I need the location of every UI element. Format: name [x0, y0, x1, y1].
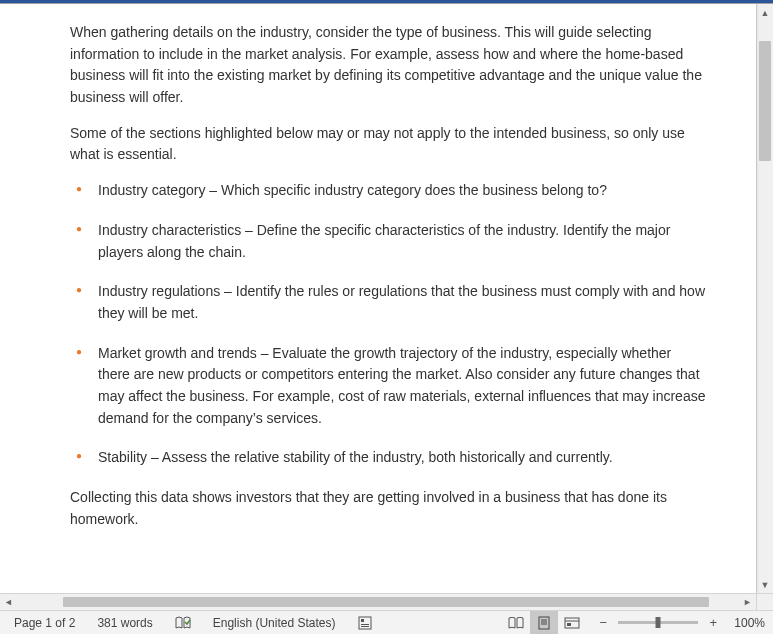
- paragraph[interactable]: Collecting this data shows investors tha…: [70, 487, 706, 530]
- spelling-status[interactable]: [171, 611, 195, 635]
- vertical-scroll-thumb[interactable]: [759, 41, 771, 161]
- word-count-label: 381 words: [97, 616, 152, 630]
- horizontal-scrollbar[interactable]: ◄ ►: [0, 593, 773, 610]
- svg-rect-2: [361, 624, 369, 625]
- language-indicator[interactable]: English (United States): [209, 611, 340, 635]
- print-layout-icon: [537, 616, 551, 630]
- read-mode-view-button[interactable]: [502, 611, 530, 635]
- list-item[interactable]: Industry characteristics – Define the sp…: [70, 220, 706, 263]
- word-app-window: When gathering details on the industry, …: [0, 0, 773, 634]
- scroll-down-arrow-icon[interactable]: ▼: [757, 576, 773, 593]
- web-layout-view-button[interactable]: [558, 611, 586, 635]
- read-mode-icon: [508, 617, 524, 629]
- list-item[interactable]: Stability – Assess the relative stabilit…: [70, 447, 706, 469]
- svg-rect-10: [567, 623, 571, 626]
- list-item[interactable]: Market growth and trends – Evaluate the …: [70, 343, 706, 430]
- zoom-slider-track[interactable]: [618, 621, 698, 624]
- workspace: When gathering details on the industry, …: [0, 4, 773, 593]
- svg-rect-3: [361, 626, 369, 627]
- paragraph[interactable]: When gathering details on the industry, …: [70, 22, 706, 109]
- zoom-percent-label: 100%: [734, 616, 765, 630]
- document-body[interactable]: When gathering details on the industry, …: [0, 4, 756, 564]
- zoom-in-button[interactable]: +: [704, 615, 722, 630]
- bullet-list[interactable]: Industry category – Which specific indus…: [70, 180, 706, 469]
- paragraph[interactable]: Some of the sections highlighted below m…: [70, 123, 706, 166]
- zoom-slider-thumb[interactable]: [656, 617, 661, 628]
- status-bar-right: − + 100%: [502, 611, 773, 635]
- macro-icon: [358, 616, 372, 630]
- macro-status[interactable]: [354, 611, 376, 635]
- book-check-icon: [175, 616, 191, 630]
- list-item[interactable]: Industry category – Which specific indus…: [70, 180, 706, 202]
- page-number-indicator[interactable]: Page 1 of 2: [10, 611, 79, 635]
- zoom-control: − + 100%: [594, 615, 765, 630]
- horizontal-scroll-track[interactable]: [17, 596, 739, 608]
- document-page[interactable]: When gathering details on the industry, …: [0, 4, 756, 593]
- scroll-up-arrow-icon[interactable]: ▲: [757, 4, 773, 21]
- zoom-percent-button[interactable]: 100%: [734, 616, 765, 630]
- list-item[interactable]: Industry regulations – Identify the rule…: [70, 281, 706, 324]
- status-bar: Page 1 of 2 381 words English (United St…: [0, 610, 773, 634]
- horizontal-scroll-thumb[interactable]: [63, 597, 709, 607]
- svg-rect-0: [359, 617, 371, 629]
- svg-rect-4: [539, 617, 549, 629]
- scrollbar-corner: [756, 594, 773, 610]
- scroll-left-arrow-icon[interactable]: ◄: [0, 594, 17, 610]
- scroll-right-arrow-icon[interactable]: ►: [739, 594, 756, 610]
- language-label: English (United States): [213, 616, 336, 630]
- print-layout-view-button[interactable]: [530, 611, 558, 635]
- status-bar-left: Page 1 of 2 381 words English (United St…: [0, 611, 376, 635]
- zoom-out-button[interactable]: −: [594, 615, 612, 630]
- word-count-indicator[interactable]: 381 words: [93, 611, 156, 635]
- vertical-scroll-track[interactable]: [757, 21, 773, 576]
- web-layout-icon: [564, 617, 580, 629]
- page-info-label: Page 1 of 2: [14, 616, 75, 630]
- svg-rect-1: [361, 619, 364, 622]
- vertical-scrollbar[interactable]: ▲ ▼: [756, 4, 773, 593]
